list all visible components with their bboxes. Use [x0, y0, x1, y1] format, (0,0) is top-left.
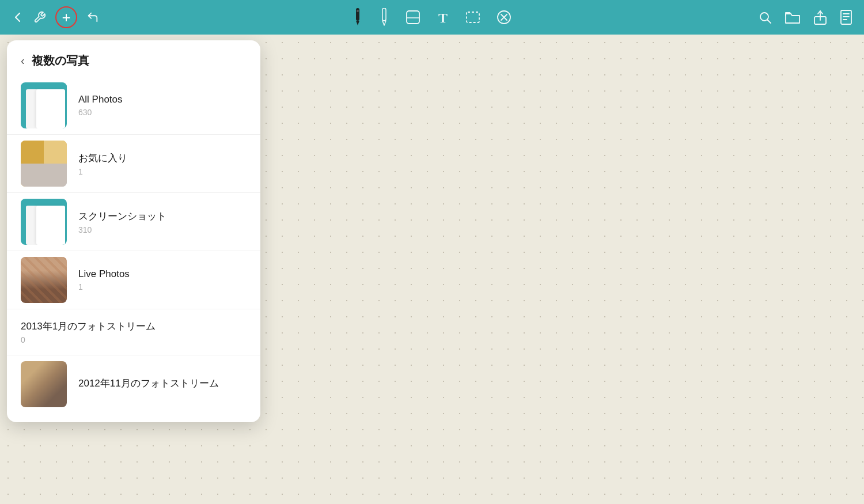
album-name-photostream-2012: 2012年11月のフォトストリーム	[78, 377, 219, 390]
album-name-favorites: お気に入り	[78, 151, 127, 165]
album-thumb-all-photos	[21, 82, 67, 128]
folder-icon[interactable]	[785, 10, 801, 24]
album-info-favorites: お気に入り 1	[78, 151, 127, 176]
pen-outline-icon[interactable]	[379, 8, 389, 26]
page-icon[interactable]	[840, 9, 852, 25]
close-circle-icon[interactable]	[497, 10, 511, 25]
album-thumb-photostream-2012	[21, 361, 67, 407]
album-count-all-photos: 630	[78, 108, 123, 117]
album-item-photostream-2012[interactable]: 2012年11月のフォトストリーム	[7, 355, 260, 413]
album-count-live-photos: 1	[78, 282, 130, 291]
album-item-screenshots[interactable]: スクリーンショット 310	[7, 193, 260, 251]
album-info-photostream-2012: 2012年11月のフォトストリーム	[78, 377, 219, 392]
svg-marker-4	[382, 21, 386, 25]
svg-point-2	[357, 10, 359, 12]
album-info-screenshots: スクリーンショット 310	[78, 210, 166, 234]
album-item-all-photos[interactable]: All Photos 630	[7, 77, 260, 135]
toolbar-center: T	[353, 8, 511, 26]
album-thumb-live-photos	[21, 257, 67, 303]
album-count-screenshots: 310	[78, 225, 166, 234]
add-button[interactable]: +	[55, 6, 77, 28]
panel-header: ‹ 複数の写真	[7, 40, 260, 77]
album-info-all-photos: All Photos 630	[78, 94, 123, 117]
album-item-live-photos[interactable]: Live Photos 1	[7, 251, 260, 309]
album-item-favorites[interactable]: お気に入り 1	[7, 135, 260, 193]
album-thumb-screenshots	[21, 199, 67, 245]
photo-album-panel: ‹ 複数の写真 All Photos 630	[7, 40, 260, 422]
selection-tool-icon[interactable]	[465, 11, 480, 24]
svg-rect-3	[382, 8, 386, 21]
canvas-area[interactable]: ‹ 複数の写真 All Photos 630	[0, 35, 864, 504]
album-info-live-photos: Live Photos 1	[78, 268, 130, 291]
text-tool-icon[interactable]: T	[437, 10, 449, 25]
album-count-favorites: 1	[78, 167, 127, 176]
album-name-screenshots: スクリーンショット	[78, 210, 166, 223]
album-count-photostream-2013: 0	[21, 335, 156, 344]
eraser-icon[interactable]	[406, 10, 420, 25]
svg-rect-8	[467, 12, 479, 22]
album-name-photostream-2013: 2013年1月のフォトストリーム	[21, 320, 156, 333]
panel-back-button[interactable]: ‹	[21, 54, 25, 67]
album-item-photostream-2013[interactable]: 2013年1月のフォトストリーム 0	[7, 309, 260, 355]
svg-text:T: T	[438, 10, 448, 25]
album-name-live-photos: Live Photos	[78, 268, 130, 280]
back-button[interactable]	[12, 11, 24, 24]
album-info-photostream-2013: 2013年1月のフォトストリーム 0	[21, 320, 156, 344]
toolbar-right	[758, 9, 852, 25]
toolbar-left: +	[12, 6, 99, 28]
album-list: All Photos 630 お気に入り	[7, 77, 260, 422]
plus-icon: +	[62, 10, 70, 25]
search-icon[interactable]	[758, 10, 772, 24]
pen-black-icon[interactable]	[353, 8, 363, 26]
wrench-icon[interactable]	[33, 11, 46, 24]
share-icon[interactable]	[813, 9, 827, 25]
svg-rect-5	[407, 11, 419, 24]
svg-rect-16	[841, 10, 851, 24]
svg-line-13	[768, 20, 771, 24]
undo-button[interactable]	[86, 11, 99, 24]
album-name-all-photos: All Photos	[78, 94, 123, 105]
svg-marker-1	[356, 21, 359, 25]
album-thumb-favorites	[21, 141, 67, 187]
panel-title: 複数の写真	[32, 53, 89, 69]
toolbar: +	[0, 0, 864, 35]
